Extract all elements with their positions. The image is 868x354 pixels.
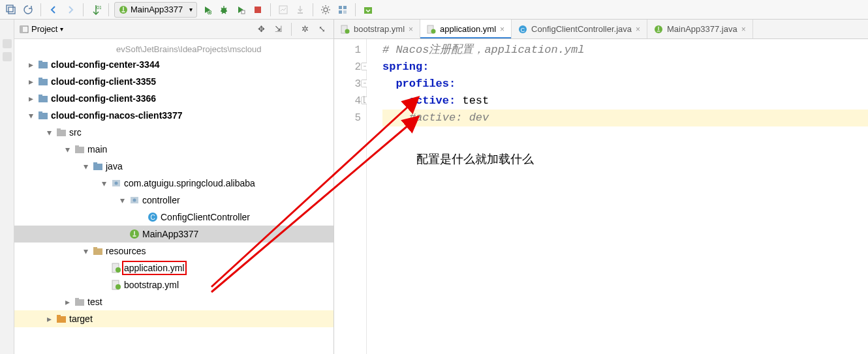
tree-folder-target[interactable]: ▸ target [14,310,333,327]
attach-icon[interactable] [293,3,307,17]
editor-tab-label: MainApp3377.java [667,24,737,34]
editor-tab[interactable]: bootstrap.yml × [334,20,420,38]
tool-window-stub-icon[interactable] [3,39,12,48]
run-config-label: MainApp3377 [131,5,183,14]
svg-point-52 [431,29,436,33]
reload-icon[interactable] [21,3,35,17]
svg-rect-39 [93,248,102,255]
editor-tab[interactable]: application.yml × [420,20,512,38]
project-structure-icon[interactable] [335,3,350,17]
tree-folder[interactable]: ▾ main [14,141,333,158]
folder-icon [74,144,85,155]
close-tab-icon[interactable]: × [741,25,746,34]
spring-boot-icon [119,5,128,14]
svg-point-10 [324,8,328,12]
chevron-right-icon: ▸ [63,297,72,307]
chevron-down-icon: ▾ [81,246,90,256]
code-line: active: test [382,93,868,110]
tree-module[interactable]: ▾ cloud-config-nacos-client3377 [14,107,333,124]
tree-folder[interactable]: ▸ test [14,293,333,310]
tree-folder-source[interactable]: ▾ java [14,158,333,175]
svg-rect-46 [75,298,79,300]
spring-boot-class-icon [654,25,663,34]
svg-rect-0 [7,5,13,12]
save-all-icon[interactable] [4,3,18,17]
close-tab-icon[interactable]: × [500,25,504,34]
line-number: 5 [334,110,366,126]
build-icon[interactable]: 01 [89,3,103,17]
tree-node-label: main [87,144,107,155]
svg-point-33 [115,182,118,185]
tree-module[interactable]: ▸ cloud-config-client-3355 [14,73,333,90]
project-tree[interactable]: evSoft\JetBrains\IdeaProjects\mscloud ▸ … [14,39,333,354]
tree-node-label: MainApp3377 [142,229,198,239]
tree-folder[interactable]: ▾ src [14,124,333,141]
stop-icon[interactable] [251,3,265,17]
svg-rect-6 [241,10,245,14]
run-icon[interactable] [200,3,214,17]
profiler-icon[interactable] [276,3,290,17]
tree-module[interactable]: ▸ cloud-config-client-3366 [14,90,333,107]
nav-forward-icon[interactable] [63,3,78,17]
maven-reimport-icon[interactable] [361,3,375,17]
tree-node-label: ConfigClientController [161,212,250,222]
svg-rect-12 [343,6,347,9]
tree-file-bootstrap-yml[interactable]: bootstrap.yml [14,276,333,293]
settings-icon[interactable] [318,3,333,17]
svg-rect-9 [298,12,303,14]
tree-class[interactable]: C ConfigClientController [14,209,333,226]
resources-folder-icon [93,246,103,256]
svg-rect-24 [39,113,48,119]
svg-rect-31 [93,162,97,164]
tool-window-strip-left [0,20,14,354]
run-coverage-icon[interactable] [234,3,248,17]
class-file-icon: C [147,212,158,222]
svg-rect-40 [93,247,97,249]
tree-node-label: controller [142,195,180,205]
editor-tab[interactable]: MainApp3377.java × [647,20,753,38]
code-key: spring [382,61,422,73]
project-view-selector[interactable]: Project ▾ [20,24,63,34]
project-tool-window: Project ▾ ✥ ⇲ ✲ ⤡ evSoft\JetBrains\IdeaP… [14,20,334,354]
toolbar-separator [270,3,271,16]
chevron-down-icon: ▾ [63,144,72,155]
locate-icon[interactable]: ✥ [255,23,268,36]
svg-rect-20 [39,79,48,85]
editor-tabs: bootstrap.yml × application.yml × C Conf… [334,20,868,39]
tree-file-application-yml[interactable]: application.yml [14,259,333,276]
class-file-icon: C [518,25,527,34]
code-value: test [462,95,489,107]
project-view-icon [20,25,29,34]
tree-folder-resources[interactable]: ▾ resources [14,243,333,259]
run-config-dropdown[interactable]: MainApp3377 ▾ [114,2,197,18]
tree-package[interactable]: ▾ controller [14,192,333,209]
nav-back-icon[interactable] [46,3,61,17]
tree-package[interactable]: ▾ com.atguigu.springcloud.alibaba [14,175,333,192]
expand-all-icon[interactable]: ⇲ [271,23,285,36]
tree-module[interactable]: ▸ cloud-config-center-3344 [14,56,333,73]
annotation-text: 配置是什么就加载什么 [416,151,534,167]
spring-config-file-icon [427,25,436,34]
code-comment: #active: dev [409,111,489,124]
package-icon [129,195,140,205]
hide-panel-icon[interactable]: ⤡ [315,23,328,36]
chevron-down-icon: ▾ [44,127,54,138]
svg-point-42 [116,267,121,273]
toolbar-separator [355,3,356,16]
main-toolbar: 01 MainApp3377 ▾ [0,0,868,20]
svg-rect-27 [57,128,61,130]
tool-window-stub-icon[interactable] [3,52,12,61]
line-number: 3– [334,76,366,93]
editor-body[interactable]: 1 2– 3– 4⎣ 5 # Nacos注册配置，application.yml… [334,39,868,354]
svg-rect-11 [339,6,342,9]
svg-point-35 [133,199,136,202]
debug-icon[interactable] [217,3,231,17]
close-tab-icon[interactable]: × [636,25,640,34]
close-tab-icon[interactable]: × [409,25,413,34]
tree-class[interactable]: MainApp3377 [14,226,333,243]
svg-point-44 [116,284,121,289]
code-area[interactable]: # Nacos注册配置，application.yml spring: prof… [367,39,868,354]
editor-tab[interactable]: C ConfigClientController.java × [512,20,647,38]
gear-icon[interactable]: ✲ [298,23,311,36]
chevron-down-icon: ▾ [26,110,35,121]
